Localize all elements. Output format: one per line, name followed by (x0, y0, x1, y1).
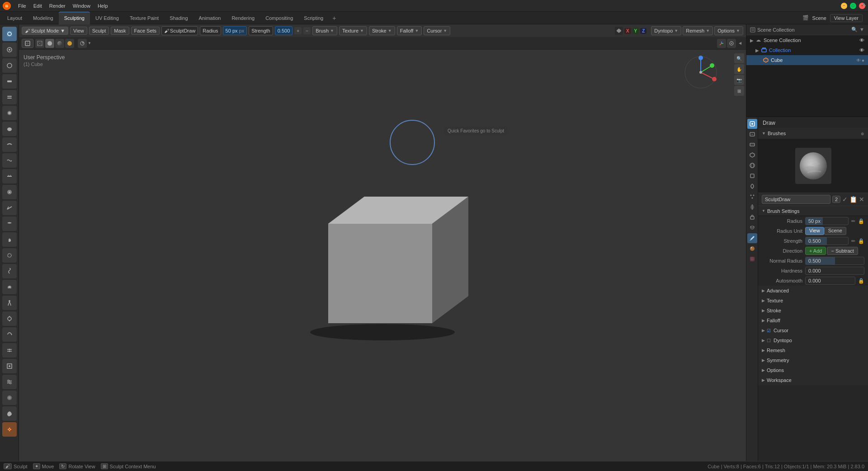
menu-window[interactable]: Window (69, 2, 94, 9)
hardness-field[interactable]: 0.000 (805, 267, 864, 275)
tool-snake-hook[interactable] (2, 264, 17, 278)
radius-edit-icon[interactable]: ✏ (851, 218, 855, 224)
view-layer-selector[interactable]: View Layer (830, 14, 863, 22)
tool-simplify[interactable] (2, 391, 17, 405)
viewport-editor-type[interactable] (22, 39, 33, 48)
symmetry-z-btn[interactable]: Z (640, 28, 646, 34)
strength-value-field[interactable]: 0.500 (275, 26, 293, 35)
tab-shading[interactable]: Shading (164, 12, 193, 24)
physics-props-btn[interactable] (747, 202, 757, 212)
falloff-dropdown[interactable]: Falloff ▼ (397, 26, 422, 35)
options-section[interactable]: ▶ Options (758, 365, 868, 375)
world-props-btn[interactable] (747, 160, 757, 170)
stroke-dropdown[interactable]: Stroke ▼ (369, 26, 395, 35)
rendered-mode-btn[interactable] (65, 39, 74, 48)
subtract-direction-btn[interactable]: − (303, 27, 311, 34)
face-sets-menu-btn[interactable]: Face Sets (131, 27, 160, 35)
brush-settings-header[interactable]: ▼ Brush Settings (758, 206, 868, 216)
symmetry-y-btn[interactable]: Y (632, 28, 639, 34)
tool-mask[interactable] (2, 406, 17, 421)
output-props-btn[interactable] (747, 129, 757, 139)
menu-render[interactable]: Render (46, 2, 69, 9)
new-brush-btn[interactable]: 📋 (849, 196, 857, 203)
tool-pinch[interactable] (2, 217, 17, 231)
tool-slide-relax[interactable] (2, 343, 17, 358)
3d-canvas[interactable]: User Perspective (1) Cube (19, 50, 746, 461)
brush-thumbnail[interactable] (795, 148, 831, 184)
tool-scrape[interactable] (2, 201, 17, 215)
tool-thumb[interactable] (2, 280, 17, 294)
snap-btn[interactable] (727, 39, 736, 48)
tool-clay[interactable] (2, 74, 17, 89)
save-brush-btn[interactable]: ✓ (842, 196, 848, 203)
tool-draw-sharp[interactable] (2, 58, 17, 73)
minimize-button[interactable]: − (841, 3, 847, 9)
dyntopo-section[interactable]: ▶ ☐ Dyntopo (758, 335, 868, 345)
radius-lock-icon[interactable]: 🔒 (858, 218, 864, 224)
tool-flatten[interactable] (2, 169, 17, 184)
texture-dropdown[interactable]: Texture ▼ (339, 26, 367, 35)
tool-name-display[interactable]: 🖌 SculptDraw (161, 26, 198, 35)
add-workspace-button[interactable]: + (330, 14, 339, 23)
remesh-section[interactable]: ▶ Remesh (758, 345, 868, 355)
sculpt-menu-btn[interactable]: Sculpt (89, 27, 109, 35)
flip-direction-btn[interactable]: + (294, 27, 302, 34)
falloff-section[interactable]: ▶ Falloff (758, 316, 868, 325)
radius-field[interactable]: 50 px (805, 217, 849, 225)
strength-lock-icon[interactable]: 🔒 (858, 238, 864, 244)
texture-section[interactable]: ▶ Texture (758, 296, 868, 306)
tab-modeling[interactable]: Modeling (28, 12, 59, 24)
viewport-gizmo-btn[interactable] (717, 39, 726, 48)
dyntopo-dropdown[interactable]: Dyntopo ▼ (651, 26, 681, 35)
tab-rendering[interactable]: Rendering (226, 12, 260, 24)
eye-icon[interactable]: 👁 (859, 38, 864, 43)
modifier-props-btn[interactable] (747, 181, 757, 191)
maximize-button[interactable]: □ (850, 3, 856, 9)
view-menu-btn[interactable]: View (70, 27, 87, 35)
grid-btn[interactable]: ⊞ (734, 86, 744, 96)
tool-fill[interactable]: + (2, 185, 17, 199)
tool-smooth[interactable] (2, 153, 17, 168)
tab-texture-paint[interactable]: Texture Paint (124, 12, 164, 24)
view-layer-props-btn[interactable] (747, 140, 757, 150)
material-props-btn[interactable] (747, 244, 757, 254)
autosmooth-field[interactable]: 0.000 (805, 277, 855, 285)
outliner-cube-row[interactable]: Cube 👁 ● (746, 55, 868, 65)
tool-clay-strips[interactable] (2, 90, 17, 104)
normal-radius-field[interactable]: 0.500 (805, 257, 864, 265)
tool-crease[interactable] (2, 137, 17, 152)
scene-props-btn[interactable] (747, 150, 757, 160)
options-dropdown[interactable]: Options ▼ (714, 26, 743, 35)
tool-draw[interactable] (2, 42, 17, 57)
tool-elastic[interactable] (2, 248, 17, 263)
collapse-panel-btn[interactable]: ◀ (737, 39, 743, 48)
cursor-section[interactable]: ▶ ☑ Cursor (758, 325, 868, 335)
symmetry-x-btn[interactable]: X (624, 28, 631, 34)
tab-sculpting[interactable]: Sculpting (59, 12, 90, 24)
scene-name[interactable]: Scene (812, 15, 826, 21)
scene-unit-btn[interactable]: Scene (824, 227, 846, 235)
brush-dropdown[interactable]: Brush ▼ (312, 26, 337, 35)
render-props-btn[interactable] (747, 119, 757, 129)
tool-select-active[interactable] (2, 27, 17, 41)
symmetry-section[interactable]: ▶ Symmetry (758, 355, 868, 365)
brush-name-input[interactable] (762, 195, 830, 204)
tool-blob[interactable] (2, 122, 17, 136)
cursor-checkbox[interactable]: ☑ (767, 328, 771, 333)
tool-inflate[interactable] (2, 106, 17, 120)
brushes-section-header[interactable]: ▼ Brushes ⊕ (758, 128, 868, 139)
navigation-gizmo[interactable]: X Y Z (683, 54, 719, 91)
tool-transform[interactable] (2, 422, 17, 437)
tab-compositing[interactable]: Compositing (260, 12, 298, 24)
menu-help[interactable]: Help (94, 2, 112, 9)
tool-grab[interactable] (2, 232, 17, 247)
menu-edit[interactable]: Edit (30, 2, 46, 9)
tab-uv-editing[interactable]: UV Editing (90, 12, 124, 24)
overlay-btn[interactable] (78, 39, 87, 48)
strength-field[interactable]: 0.500 (805, 237, 849, 245)
cursor-dropdown[interactable]: Cursor ▼ (424, 26, 450, 35)
object-props-btn[interactable] (747, 171, 757, 181)
delete-brush-btn[interactable]: ✕ (859, 196, 864, 203)
tab-layout[interactable]: Layout (2, 12, 28, 24)
particles-props-btn[interactable] (747, 192, 757, 202)
